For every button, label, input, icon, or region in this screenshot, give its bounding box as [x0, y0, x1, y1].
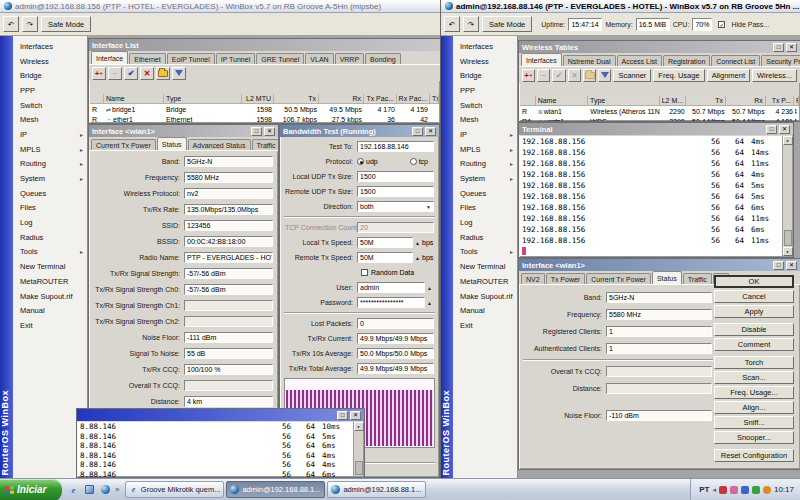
remove-button[interactable]: −	[108, 67, 122, 80]
maximize-icon[interactable]: □	[412, 127, 423, 136]
sidebar-item-files[interactable]: Files	[453, 201, 517, 216]
sidebar-item-radius[interactable]: Radius	[453, 230, 517, 245]
scroll-down-icon[interactable]: ●	[783, 247, 793, 256]
sidebar-item-mpls[interactable]: MPLS▸	[453, 142, 517, 157]
terminal-output[interactable]: 192.168.88.15656644ms 192.168.88.1565664…	[520, 136, 782, 256]
sidebar-item-switch[interactable]: Switch	[453, 98, 517, 113]
close-icon[interactable]: ✕	[350, 411, 361, 420]
sidebar-item-routing[interactable]: Routing▸	[13, 157, 87, 172]
sidebar-item-exit[interactable]: Exit	[453, 318, 517, 333]
col-state[interactable]	[90, 94, 104, 104]
disable-button[interactable]: Disable	[714, 323, 794, 336]
terminal-title-bar[interactable]: Terminal □ ✕	[519, 123, 793, 135]
tab-vlan[interactable]: VLAN	[305, 53, 333, 64]
scroll-thumb[interactable]	[784, 230, 792, 246]
comment-button[interactable]	[583, 69, 596, 82]
ok-button[interactable]: OK	[714, 275, 794, 288]
language-indicator[interactable]: PT	[699, 485, 709, 494]
tab-connect-list[interactable]: Connect List	[711, 55, 760, 66]
start-button[interactable]: Iniciar	[0, 479, 62, 500]
task-button-browser[interactable]: e Groove Mikrotik quem...	[125, 481, 224, 498]
sidebar-item-make-supout[interactable]: Make Supout.rif	[453, 289, 517, 304]
task-button-winbox-2[interactable]: admin@192.168.88.1...	[327, 481, 426, 498]
close-icon[interactable]: ✕	[786, 43, 797, 52]
sidebar-item-manual[interactable]: Manual	[13, 303, 87, 318]
udp-radio[interactable]	[357, 158, 364, 165]
winbox-shortcut-icon[interactable]	[99, 483, 112, 496]
tcp-radio[interactable]	[410, 158, 417, 165]
reset-configuration-button[interactable]: Reset Configuration	[714, 449, 794, 462]
sidebar-item-interfaces[interactable]: Interfaces	[13, 39, 87, 54]
sidebar-item-ip[interactable]: IP▸	[453, 127, 517, 142]
remove-button[interactable]: −	[537, 69, 550, 82]
tray-icon[interactable]	[752, 486, 760, 494]
col-state[interactable]	[520, 96, 536, 106]
scrollbar[interactable]: ● ●	[782, 136, 792, 256]
sidebar-item-tools[interactable]: Tools▸	[13, 245, 87, 260]
tab-ethernet[interactable]: Ethernet	[129, 53, 165, 64]
sidebar-item-interfaces[interactable]: Interfaces	[453, 39, 517, 54]
sidebar-item-tools[interactable]: Tools▸	[453, 245, 517, 260]
close-icon[interactable]: ✕	[425, 127, 436, 136]
hide-tray-icons-icon[interactable]: ◂	[712, 486, 716, 494]
sidebar-item-ppp[interactable]: PPP	[13, 83, 87, 98]
sidebar-item-queues[interactable]: Queues	[453, 186, 517, 201]
add-button[interactable]: +▼	[92, 67, 106, 80]
filter-button[interactable]	[172, 67, 186, 80]
terminal-output[interactable]: 8.88.146566410ms 8.88.14656645ms 8.88.14…	[78, 422, 353, 476]
tab-traffic[interactable]: Traffic	[683, 273, 712, 284]
enable-button[interactable]: ✔	[552, 69, 565, 82]
tab-status[interactable]: Status	[652, 271, 682, 284]
sidebar-item-ppp[interactable]: PPP	[453, 83, 517, 98]
scroll-up-icon[interactable]: ●	[354, 422, 364, 431]
tray-icon[interactable]	[730, 486, 738, 494]
cancel-button[interactable]: Cancel	[714, 290, 794, 303]
align-button[interactable]: Align...	[714, 401, 794, 414]
sidebar-item-system[interactable]: System▸	[453, 171, 517, 186]
safe-mode-button[interactable]: Safe Mode	[482, 16, 532, 32]
sidebar-item-make-supout[interactable]: Make Supout.rif	[13, 289, 87, 304]
sidebar-item-queues[interactable]: Queues	[13, 186, 87, 201]
sidebar-item-mesh[interactable]: Mesh	[453, 112, 517, 127]
redo-button[interactable]: ↷	[22, 16, 38, 32]
sniff-button[interactable]: Sniff...	[714, 416, 794, 429]
tab-access-list[interactable]: Access List	[617, 55, 662, 66]
tab-security-profiles[interactable]: Security Profiles	[761, 55, 800, 66]
scroll-thumb[interactable]	[355, 461, 363, 475]
tab-nv2[interactable]: NV2	[521, 273, 545, 284]
tab-ip-tunnel[interactable]: IP Tunnel	[216, 53, 255, 64]
maximize-icon[interactable]: □	[251, 127, 262, 136]
sidebar-item-wireless[interactable]: Wireless	[13, 54, 87, 69]
close-icon[interactable]: ✕	[264, 127, 275, 136]
col-type[interactable]: Type	[588, 96, 660, 106]
sidebar-item-exit[interactable]: Exit	[13, 318, 87, 333]
maximize-icon[interactable]: □	[773, 43, 784, 52]
table-row[interactable]: R ↔ether1 Ethernet 1598 106.7 kbps 27.5 …	[90, 114, 439, 124]
tray-icon[interactable]	[719, 486, 727, 494]
tray-icon[interactable]	[763, 486, 771, 494]
sidebar-item-wireless[interactable]: Wireless	[453, 54, 517, 69]
torch-button[interactable]: Torch	[714, 356, 794, 369]
wireless-sniffer-button[interactable]: Wireless...	[752, 69, 797, 82]
tab-interfaces[interactable]: Interfaces	[521, 53, 562, 66]
local-tx-speed-input[interactable]: 50M	[357, 237, 413, 248]
sidebar-item-metarouter[interactable]: MetaROUTER	[13, 274, 87, 289]
internet-explorer-icon[interactable]: e	[67, 483, 80, 496]
collapse-arrow-icon[interactable]: ▲	[427, 285, 432, 291]
col-rx-packets[interactable]: Rx Pa...	[794, 96, 799, 106]
comment-button[interactable]: Comment	[714, 338, 794, 351]
terminal-title-bar[interactable]: □ ✕	[77, 409, 364, 421]
col-name[interactable]: Name	[536, 96, 588, 106]
scrollbar[interactable]: ●	[353, 422, 363, 476]
password-input[interactable]: ****************	[357, 297, 425, 308]
tab-vrrp[interactable]: VRRP	[335, 53, 364, 64]
col-tx[interactable]: Tx	[274, 94, 319, 104]
col-l2mtu[interactable]: L2 M...	[660, 96, 686, 106]
local-udp-size-input[interactable]: 1500	[357, 171, 434, 182]
table-row[interactable]: R ⇄bridge1 Bridge 1598 50.5 Mbps 49.5 Mb…	[90, 104, 439, 114]
tab-bonding[interactable]: Bonding	[365, 53, 401, 64]
quick-launch-overflow-icon[interactable]: »	[115, 485, 119, 494]
col-rx-packets[interactable]: Rx Pac...	[397, 94, 430, 104]
sidebar-item-metarouter[interactable]: MetaROUTER	[453, 274, 517, 289]
sidebar-item-files[interactable]: Files	[13, 201, 87, 216]
